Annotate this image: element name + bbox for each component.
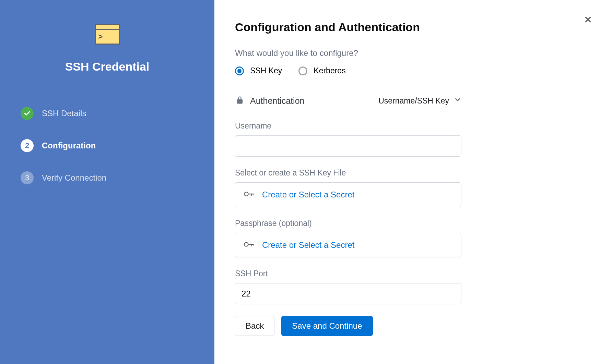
radio-icon [298,66,307,75]
step-number-icon: 3 [21,171,34,184]
ssh-port-group: SSH Port [235,269,461,304]
ssh-keyfile-label: Select or create a SSH Key File [235,168,461,178]
username-label: Username [235,121,461,131]
configure-type-radio-group: SSH Key Kerberos [235,66,509,75]
step-number-icon: 2 [21,139,34,152]
wizard-steps: SSH Details 2 Configuration 3 Verify Con… [0,97,214,194]
key-icon [243,188,255,201]
authentication-selected-value: Username/SSH Key [378,96,449,106]
step-label: Configuration [42,141,96,150]
passphrase-group: Passphrase (optional) Create or Select a… [235,219,461,257]
check-icon [21,107,34,120]
close-button[interactable] [580,12,596,27]
authentication-row: Authentication Username/SSH Key [235,95,461,106]
svg-point-2 [244,192,248,196]
sidebar-title: SSH Credential [65,60,150,73]
wizard-footer: Back Save and Continue [235,316,509,336]
passphrase-action-text: Create or Select a Secret [262,240,354,250]
ssh-keyfile-picker[interactable]: Create or Select a Secret [235,182,461,207]
key-icon [243,239,255,252]
close-icon [584,15,592,24]
ssh-keyfile-group: Select or create a SSH Key File Create o… [235,168,461,207]
svg-point-6 [244,242,248,246]
step-label: SSH Details [42,109,86,118]
radio-kerberos[interactable]: Kerberos [298,66,345,75]
terminal-icon: >_ [95,24,120,45]
step-configuration[interactable]: 2 Configuration [21,130,194,162]
back-button[interactable]: Back [235,316,274,336]
step-label: Verify Connection [42,173,106,183]
radio-label: Kerberos [314,66,345,75]
authentication-select[interactable]: Username/SSH Key [378,96,461,106]
wizard-main: Configuration and Authentication What wo… [214,0,612,364]
step-ssh-details[interactable]: SSH Details [21,97,194,130]
page-title: Configuration and Authentication [235,21,509,34]
save-button-label: Save and Continue [292,321,362,331]
radio-label: SSH Key [250,66,282,75]
ssh-port-input[interactable] [235,283,461,304]
authentication-label-group: Authentication [235,95,304,106]
authentication-label: Authentication [250,96,304,106]
save-and-continue-button[interactable]: Save and Continue [281,316,373,336]
back-button-label: Back [246,321,264,331]
chevron-down-icon [454,96,461,106]
configure-prompt: What would you like to configure? [235,48,509,58]
wizard-sidebar: >_ SSH Credential SSH Details 2 Configur… [0,0,214,364]
ssh-port-label: SSH Port [235,269,461,278]
radio-icon [235,66,244,75]
ssh-keyfile-action-text: Create or Select a Secret [262,190,354,199]
sidebar-header: >_ SSH Credential [0,24,214,73]
radio-ssh-key[interactable]: SSH Key [235,66,282,75]
username-input[interactable] [235,135,461,157]
step-verify-connection[interactable]: 3 Verify Connection [21,162,194,194]
lock-icon [235,95,245,106]
passphrase-label: Passphrase (optional) [235,219,461,228]
passphrase-picker[interactable]: Create or Select a Secret [235,233,461,257]
username-group: Username [235,121,461,157]
